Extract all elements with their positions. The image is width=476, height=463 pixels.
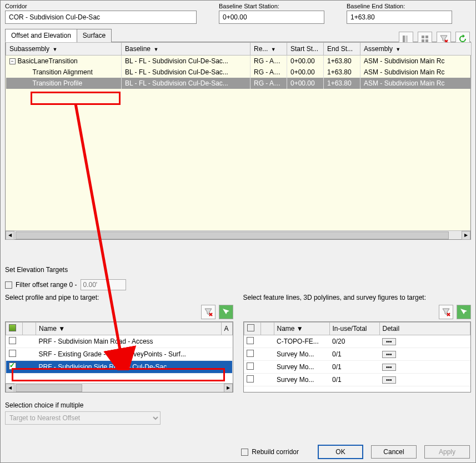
start-station-label: Baseline Start Station: — [219, 3, 324, 9]
end-station-label: Baseline End Station: — [347, 3, 452, 9]
right-clear-filter-button[interactable] — [439, 305, 453, 319]
right-hdr-icon — [260, 323, 274, 335]
left-hscrollbar[interactable]: ◀▶ — [6, 383, 233, 392]
right-pick-button[interactable] — [457, 305, 471, 319]
tab-offset-elevation[interactable]: Offset and Elevation — [5, 29, 77, 42]
detail-button[interactable]: ••• — [382, 364, 396, 371]
list-item[interactable]: C-TOPO-FE...0/20••• — [244, 335, 470, 348]
filter-label: Filter offset range 0 - — [16, 281, 77, 289]
ok-button[interactable]: OK — [318, 445, 363, 459]
list-item-selected[interactable]: PRF - Subdivision Side Road – Cul-De-Sac — [6, 361, 233, 374]
list-item[interactable]: Survey Mo...0/1••• — [244, 348, 470, 361]
col-assembly[interactable]: Assembly ▼ — [360, 43, 472, 56]
svg-rect-0 — [403, 36, 405, 42]
left-pick-button[interactable] — [219, 305, 233, 319]
col-end-station[interactable]: End St... — [324, 43, 360, 56]
list-item[interactable]: Survey Mo...0/1••• — [244, 374, 470, 386]
left-hdr-name[interactable]: Name ▼ — [36, 323, 222, 335]
corridor-label: Corridor — [5, 3, 197, 9]
filter-range-input[interactable] — [81, 279, 126, 290]
right-panel-label: Select feature lines, 3D polylines, and … — [243, 294, 472, 301]
right-hdr-name[interactable]: Name ▼ — [274, 323, 329, 335]
cancel-button[interactable]: Cancel — [371, 445, 417, 459]
left-hdr-a[interactable]: A — [221, 323, 232, 335]
hscrollbar[interactable]: ◀▶ — [6, 230, 470, 239]
left-hdr-icon — [23, 323, 36, 335]
detail-button[interactable]: ••• — [382, 376, 396, 384]
col-start-station[interactable]: Start St... — [287, 43, 324, 56]
tree-child-row[interactable]: Transition Alignment BL - FL - Subdivisi… — [6, 67, 472, 78]
tab-surface[interactable]: Surface — [77, 29, 112, 42]
col-region[interactable]: Re... ▼ — [250, 43, 287, 56]
svg-rect-1 — [405, 36, 408, 42]
list-item[interactable]: PRF - Subdivision Main Road - Access — [6, 335, 233, 348]
filter-checkbox[interactable] — [5, 281, 12, 289]
svg-rect-2 — [422, 36, 424, 38]
left-panel-label: Select profile and pipe to target: — [5, 294, 233, 301]
detail-button[interactable]: ••• — [382, 351, 396, 358]
detail-button[interactable]: ••• — [382, 338, 396, 345]
col-subassembly[interactable]: Subassembly ▼ — [6, 43, 122, 56]
left-hdr-check[interactable] — [6, 323, 23, 335]
tree-child-row-selected[interactable]: Transition Profile BL - FL - Subdivision… — [6, 78, 472, 89]
expander-icon[interactable]: − — [9, 58, 16, 64]
right-hdr-check[interactable] — [244, 323, 260, 335]
right-hdr-inuse[interactable]: In-use/Total — [329, 323, 379, 335]
selection-choice-select[interactable]: Target to Nearest Offset — [5, 411, 161, 425]
rebuild-checkbox[interactable] — [241, 449, 248, 456]
list-item[interactable]: Survey Mo...0/1••• — [244, 361, 470, 374]
start-station-input[interactable] — [219, 11, 324, 24]
end-station-input[interactable] — [347, 11, 452, 24]
apply-button[interactable]: Apply — [424, 445, 470, 459]
section-title: Set Elevation Targets — [5, 266, 471, 274]
tree-root-row[interactable]: −BasicLaneTransition BL - FL - Subdivisi… — [6, 56, 472, 67]
left-clear-filter-button[interactable] — [201, 305, 216, 319]
col-baseline[interactable]: Baseline ▼ — [122, 43, 250, 56]
svg-rect-3 — [425, 36, 428, 38]
right-hdr-detail[interactable]: Detail — [379, 323, 470, 335]
corridor-input[interactable] — [5, 11, 197, 24]
selection-choice-label: Selection choice if multiple — [5, 401, 471, 409]
list-item[interactable]: SRF - Existing Grade - FromSurveyPoints … — [6, 348, 233, 361]
rebuild-label: Rebuild corridor — [252, 448, 299, 456]
